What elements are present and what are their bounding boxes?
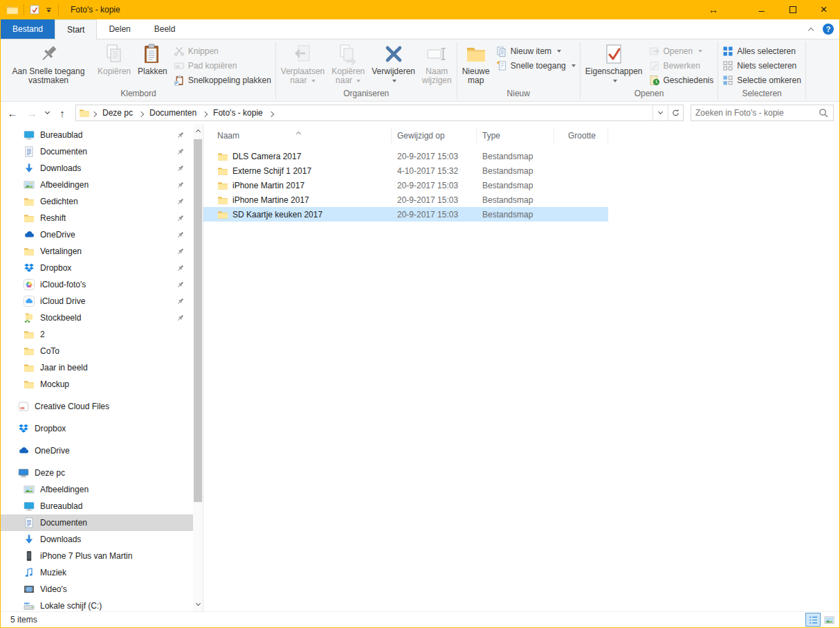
sidebar-item-iphone-7-plus-van-martin[interactable]: iPhone 7 Plus van Martin (1, 548, 193, 564)
sidebar-item-documenten[interactable]: Documenten (1, 514, 193, 531)
minimize-button[interactable]: – (746, 0, 777, 19)
recent-locations-icon[interactable] (42, 104, 52, 122)
pin-icon (176, 314, 185, 323)
address-dropdown-icon[interactable] (652, 105, 668, 120)
sidebar-item-lokale-schijf-c[interactable]: Lokale schijf (C:) (1, 598, 193, 611)
move-to-icon (292, 43, 314, 65)
sidebar-item-deze-pc[interactable]: Deze pc (1, 465, 193, 481)
minimize-ribbon-icon[interactable] (809, 23, 813, 35)
sidebar-item-vertalingen[interactable]: Vertalingen (1, 243, 193, 260)
chevron-right-icon[interactable] (203, 107, 207, 119)
chevron-right-icon[interactable] (269, 107, 273, 119)
ribbon-alles-selecteren-button[interactable]: Alles selecteren (720, 44, 804, 58)
refresh-icon[interactable] (668, 105, 683, 120)
column-header-gewijzigd-op[interactable]: Gewijzigd op (392, 128, 477, 143)
ribbon-niets-selecteren-button[interactable]: Niets selecteren (720, 58, 804, 73)
sidebar-item-coto[interactable]: CoTo (1, 343, 193, 359)
sidebar-item-dropbox[interactable]: Dropbox (1, 420, 193, 437)
scroll-down-icon[interactable] (193, 599, 203, 610)
qat-customize-dropdown-icon[interactable] (44, 6, 53, 15)
qat-properties-icon[interactable] (29, 4, 40, 15)
file-row-externe-schijf-1-2017[interactable]: Externe Schijf 1 20174-10-2017 15:32Best… (203, 163, 608, 178)
sidebar-item-icloud-drive[interactable]: iCloud Drive (1, 293, 193, 309)
sidebar-item-onedrive[interactable]: OneDrive (1, 226, 193, 243)
close-button[interactable]: × (808, 0, 839, 19)
ribbon-aan-snelle-toegang-vastmaken-button[interactable]: Aan Snelle toegang vastmaken (3, 42, 94, 87)
sidebar-item-mockup[interactable]: Mockup (1, 376, 193, 393)
sidebar-item-downloads[interactable]: Downloads (1, 160, 193, 177)
tab-start[interactable]: Start (55, 19, 97, 39)
up-button[interactable]: ↑ (53, 104, 71, 122)
ribbon-eigenschappen-button[interactable]: Eigenschappen (582, 42, 646, 87)
item-count: 5 items (10, 615, 37, 625)
ribbon-plakken-button[interactable]: Plakken (134, 42, 171, 78)
file-row-sd-kaartje-keuken-2017[interactable]: SD Kaartje keuken 201720-9-2017 15:03Bes… (203, 207, 608, 222)
maximize-button[interactable] (777, 0, 808, 19)
help-icon[interactable]: ? (823, 24, 834, 35)
sidebar-item-stockbeeld[interactable]: Stockbeeld (1, 309, 193, 326)
ribbon-kopi-ren-naar-button[interactable]: Kopiëren naar (328, 42, 368, 87)
file-row-iphone-martine-2017[interactable]: iPhone Martine 201720-9-2017 15:03Bestan… (203, 192, 608, 207)
sidebar-item-jaar-in-beeld[interactable]: Jaar in beeld (1, 359, 193, 376)
sidebar-item-video-s[interactable]: Video's (1, 581, 193, 598)
ribbon-verplaatsen-naar-button[interactable]: Verplaatsen naar (277, 42, 328, 87)
icloud-drive-icon (24, 296, 35, 307)
folder-icon (24, 362, 35, 373)
ribbon-naam-wijzigen-button[interactable]: Naam wijzigen (419, 42, 455, 87)
tab-bestand[interactable]: Bestand (1, 19, 55, 39)
sidebar-item-afbeeldingen[interactable]: Afbeeldingen (1, 481, 193, 498)
sidebar-item-afbeeldingen[interactable]: Afbeeldingen (1, 177, 193, 193)
sidebar-item-onedrive[interactable]: OneDrive (1, 442, 193, 459)
sidebar-item-2[interactable]: 2 (1, 326, 193, 343)
search-icon[interactable] (818, 107, 829, 118)
sidebar-scrollbar[interactable] (193, 124, 203, 611)
forward-button[interactable]: → (23, 104, 41, 122)
pin-icon (176, 297, 185, 306)
ribbon-snelkoppeling-plakken-button[interactable]: Snelkoppeling plakken (171, 73, 274, 87)
sidebar-item-icloud-foto-s[interactable]: iCloud-foto's (1, 276, 193, 293)
back-button[interactable]: ← (3, 104, 21, 122)
breadcrumb-item[interactable]: Documenten (145, 108, 201, 118)
file-row-iphone-martin-2017[interactable]: iPhone Martin 201720-9-2017 15:03Bestand… (203, 178, 608, 192)
ribbon-knippen-button[interactable]: Knippen (171, 44, 274, 58)
breadcrumb-item[interactable]: Foto's - kopie (209, 108, 267, 118)
scrollbar-thumb[interactable] (194, 139, 202, 502)
column-header-naam[interactable]: Naam (215, 128, 392, 143)
search-input[interactable] (691, 108, 818, 118)
ribbon-group-label: Openen (581, 88, 718, 101)
properties-icon (603, 43, 625, 65)
sidebar-item-downloads[interactable]: Downloads (1, 531, 193, 548)
sidebar-item-gedichten[interactable]: Gedichten (1, 193, 193, 210)
ribbon-snelle-toegang-button[interactable]: Snelle toegang (493, 58, 578, 73)
ribbon-selectie-omkeren-button[interactable]: Selectie omkeren (720, 73, 804, 87)
file-list-header: Naam Gewijzigd op Type Grootte (203, 128, 839, 143)
sidebar-item-reshift[interactable]: Reshift (1, 210, 193, 226)
ribbon-openen-button[interactable]: Openen (646, 44, 717, 58)
scroll-up-icon[interactable] (193, 125, 203, 136)
chevron-right-icon[interactable] (139, 107, 143, 119)
column-header-grootte[interactable]: Grootte (554, 128, 608, 143)
sidebar-item-bureaublad[interactable]: Bureaublad (1, 498, 193, 514)
thumbnail-view-button[interactable] (821, 613, 837, 627)
sidebar-item-muziek[interactable]: Muziek (1, 564, 193, 581)
tab-delen[interactable]: Delen (97, 19, 142, 39)
ribbon-pad-kopi-ren-button[interactable]: W...Pad kopiëren (171, 58, 274, 73)
sidebar-item-creative-cloud-files[interactable]: ∞Creative Cloud Files (1, 398, 193, 415)
ribbon-bewerken-button[interactable]: Bewerken (646, 58, 717, 73)
sidebar-item-documenten[interactable]: Documenten (1, 143, 193, 160)
ribbon-geschiedenis-button[interactable]: Geschiedenis (646, 73, 717, 87)
ribbon-nieuwe-map-button[interactable]: Nieuwe map (459, 42, 493, 87)
tab-beeld[interactable]: Beeld (143, 19, 188, 39)
search-box (691, 105, 834, 121)
ribbon-verwijderen-button[interactable]: Verwijderen (368, 42, 419, 87)
titlebar-divider (58, 4, 59, 15)
column-header-type[interactable]: Type (477, 128, 554, 143)
file-row-dls-camera-2017[interactable]: DLS Camera 201720-9-2017 15:03Bestandsma… (203, 149, 608, 163)
status-bar: 5 items (1, 611, 839, 627)
ribbon-nieuw-item-button[interactable]: Nieuw item (493, 44, 578, 58)
ribbon-kopi-ren-button[interactable]: Kopiëren (94, 42, 134, 78)
breadcrumb-item[interactable]: Deze pc (98, 108, 137, 118)
sidebar-item-bureaublad[interactable]: Bureaublad (1, 127, 193, 143)
details-view-button[interactable] (805, 613, 821, 627)
sidebar-item-dropbox[interactable]: Dropbox (1, 260, 193, 276)
